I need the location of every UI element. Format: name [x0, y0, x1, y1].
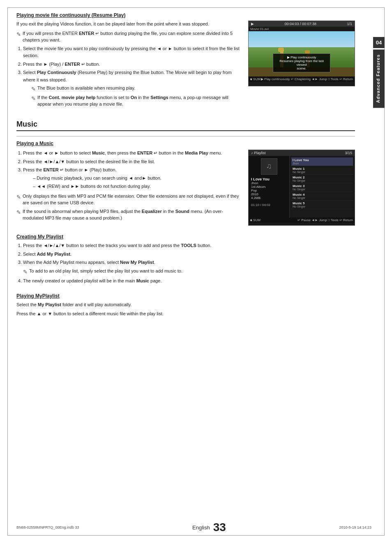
music-header-icon: ♪ Playlist	[251, 151, 266, 155]
footer-filename: BN68-02558MNPRTQ_00Eng.indb 33	[16, 525, 79, 529]
settings-bold: Settings	[150, 95, 168, 100]
playlist-item-4: Music 4 No Singer	[291, 192, 353, 201]
note-icon-2: ✎	[16, 193, 21, 201]
note-icon-1: ✎	[16, 30, 21, 39]
music-step-2: Press the ◄/►/▲/▼ button to select the d…	[23, 158, 242, 166]
movie-screenshot-col: ▶ 00:04:03 / 00:07:38 1/1 Movie 01.avi	[248, 21, 355, 86]
creating-playlist-section: Creating My Playlist Press the ◄/►/▲/▼ b…	[16, 234, 355, 285]
dash-note-1: During music playback, you can search us…	[33, 175, 242, 182]
music-footer-controls: ↵ Pause ◄► Jump □ Tools ↩ Return	[297, 218, 353, 222]
chapter-num-text: 04	[376, 39, 382, 46]
resume-play-intro: If you exit the playing Videos function,…	[16, 21, 242, 28]
size-value: 4.2MB	[251, 196, 287, 200]
page-footer: BN68-02558MNPRTQ_00Eng.indb 33 English 3…	[16, 521, 371, 534]
popup-overlay: ▶ Play continuously Resumes playing from…	[273, 53, 330, 72]
music-steps: Press the ◄ or ► button to select Music,…	[23, 150, 242, 190]
chapter-label: Advanced Features	[373, 49, 385, 108]
playlist-item-3: Music 3 No Singer	[291, 183, 353, 192]
playlist-item-2: Music 2 No Singer	[291, 175, 353, 183]
music-section: Music Playing a Music Press the ◄ or ► b…	[16, 120, 355, 317]
play-continuously-bold: Play Continuously	[37, 70, 76, 75]
playing-music-title: Playing a Music	[16, 141, 355, 146]
resume-play-two-col: If you exit the playing Videos function,…	[16, 21, 355, 110]
creating-note: ✎ To add to an old play list, simply sel…	[23, 268, 355, 276]
music-screen-body: ♫ I Love You Jhon 1st Album Pop 2010 4.2…	[249, 156, 355, 217]
music-step-1: Press the ◄ or ► button to select Music,…	[23, 150, 242, 157]
footer-controls: ▶ Play continuously ↵ Chaptering ◄► Jump…	[261, 77, 353, 81]
step-1: Select the movie file you want to play c…	[23, 45, 242, 60]
movie-screen-header: ▶ 00:04:03 / 00:07:38 1/1	[249, 21, 355, 27]
sky	[249, 31, 355, 47]
music-screenshot: ♪ Playlist 3/15 ♫ I Love You Jhon 1st Al…	[248, 150, 355, 226]
artist-name: Jhon	[251, 181, 287, 185]
english-label: English	[192, 525, 210, 531]
sub-notes: ✎ The Blue button is available when resu…	[31, 85, 242, 108]
music-page-bold: Music	[136, 278, 149, 283]
music-step-3: Press the ENTER ↵ button or ► (Play) but…	[23, 166, 242, 190]
popup-line2: Resumes playing from the last viewed	[277, 59, 327, 67]
enter-bold: ENTER	[78, 31, 95, 36]
track-name-4: Music 4	[293, 193, 352, 196]
playing-myplaylist-title: Playing MyPlaylist	[16, 293, 355, 299]
playlist-item-1: Music 1 No Singer	[291, 166, 353, 175]
resume-play-text-col: If you exit the playing Videos function,…	[16, 21, 242, 110]
cont-play-bold: Cont. movie play help	[49, 95, 96, 100]
dash-note-2: ◄◄ (REW) and ►► buttons do not function …	[33, 183, 242, 190]
note3-text: If the sound is abnormal when playing MP…	[23, 208, 242, 222]
creating-step-3: When the Add My Playlist menu appears, s…	[23, 259, 355, 276]
music-bold-1: Music	[92, 150, 105, 155]
music-time: 01:10 / 04:02	[251, 203, 287, 207]
music-info: I Love You Jhon 1st Album Pop 2010 4.2MB	[251, 177, 287, 200]
music-section-header: Music	[16, 120, 355, 131]
track-name-2: Music 2	[293, 176, 352, 179]
popup-line1: ▶ Play continuously	[277, 55, 327, 59]
track-artist-4: No Singer	[293, 196, 352, 199]
track-artist-1: No Singer	[293, 171, 352, 173]
tools-bold: TOOLS	[181, 243, 196, 248]
genre-name: Pop	[251, 189, 287, 192]
sub-note-icon-1: ✎	[31, 85, 36, 93]
resume-play-title: Playing movie file continuously (Resume …	[16, 12, 355, 18]
creating-steps: Press the ◄/►/▲/▼ button to select the t…	[23, 242, 355, 285]
time-display: 00:04:03 / 00:07:38	[284, 22, 316, 26]
music-right-panel: I Love You Jhon Music 1 No Singer Music …	[290, 156, 355, 217]
add-playlist-bold: Add My Playlist	[37, 252, 70, 256]
resume-play-steps: Select the movie file you want to play c…	[23, 45, 242, 108]
music-note3: ✎ If the sound is abnormal when playing …	[16, 208, 242, 222]
myplaylist-line2: Press the ▲ or ▼ button to select a diff…	[16, 310, 355, 317]
track-name-3: Music 3	[293, 184, 352, 188]
track-name-5: Music 5	[293, 201, 352, 205]
myplaylist-line1: Select the My Playlist folder and it wil…	[16, 301, 355, 308]
creating-step-2: Select Add My Playlist.	[23, 251, 355, 258]
music-screen-footer: ■ SUM ↵ Pause ◄► Jump □ Tools ↩ Return	[249, 217, 355, 223]
step-2: Press the ► (Play) / ENTER ↵ button.	[23, 61, 242, 68]
resume-play-note1: ✎ If you will press the ENTER ENTER ↵ bu…	[16, 30, 242, 44]
movie-filename: Movie 01.avi	[249, 27, 355, 31]
creating-step-1: Press the ◄/►/▲/▼ button to select the t…	[23, 242, 355, 250]
track-artist-5: No Singer	[293, 205, 352, 208]
album-name: 1st Album	[251, 185, 287, 189]
equalizer-bold: Equalizer	[142, 209, 162, 214]
song-title: I Love You	[251, 177, 287, 181]
new-playlist-bold: New My Playlist	[120, 260, 154, 265]
music-left-panel: ♫ I Love You Jhon 1st Album Pop 2010 4.2…	[249, 156, 290, 217]
play-icon-header: ▶	[251, 22, 254, 26]
enter-symbol: ↵	[95, 31, 99, 36]
note1-text: If you will press the ENTER ENTER ↵ butt…	[23, 30, 242, 44]
music-two-col: Press the ◄ or ► button to select Music,…	[16, 150, 355, 226]
music-note-icon: ♫	[261, 158, 277, 175]
playlist-item-0: I Love You Jhon	[291, 157, 353, 166]
mediplay-bold: Media Play	[185, 150, 208, 155]
note-icon-creating: ✎	[23, 268, 28, 276]
track-artist-3: No Singer	[293, 188, 352, 191]
music-footer-sum: ■ SUM	[250, 218, 261, 222]
track-name-0: I Love You	[293, 158, 352, 162]
music-text-col: Press the ◄ or ► button to select Music,…	[16, 150, 242, 223]
creating-note-text: To add to an old play list, simply selec…	[29, 268, 182, 275]
page-indicator: 1/1	[347, 22, 352, 26]
playing-myplaylist-section: Playing MyPlaylist Select the My Playlis…	[16, 293, 355, 317]
creating-step-4: The newly created or updated playlist wi…	[23, 277, 355, 285]
music-screen-header: ♪ Playlist 3/15	[249, 150, 355, 156]
track-artist-0: Jhon	[293, 162, 352, 165]
sub-note-1: ✎ The Blue button is available when resu…	[31, 85, 242, 93]
